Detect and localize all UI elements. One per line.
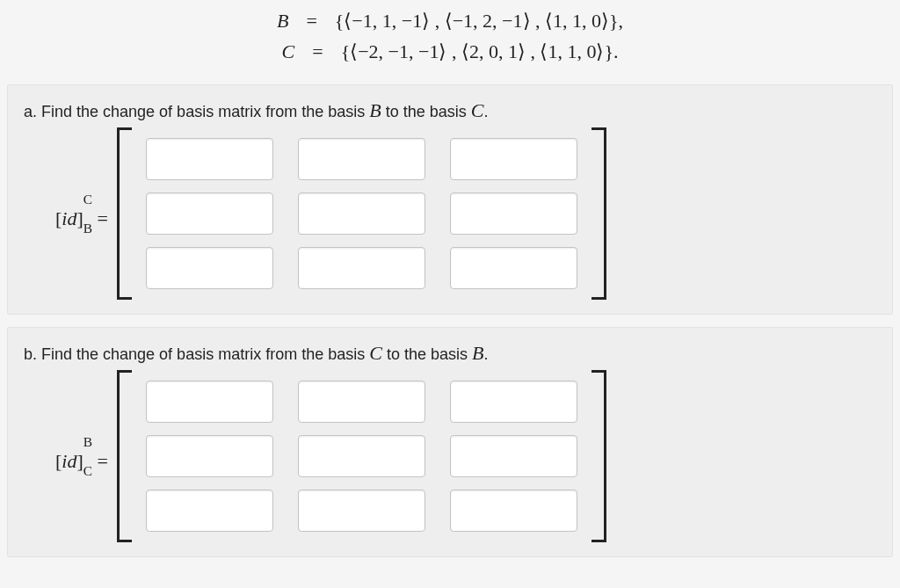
matrix-b [117, 370, 606, 542]
matrix-a-cell-0-1[interactable] [298, 138, 425, 180]
left-bracket-icon [117, 127, 137, 300]
matrix-a-cell-1-2[interactable] [450, 192, 577, 235]
equals: = [312, 36, 323, 67]
matrix-a-cell-2-1[interactable] [298, 247, 425, 289]
left-bracket-icon [117, 370, 137, 542]
part-a-prompt: a. Find the change of basis matrix from … [24, 99, 876, 122]
matrix-a-cell-1-0[interactable] [146, 192, 273, 235]
part-b-label: [id]BC = [55, 436, 108, 477]
basis-C-set: {⟨−2, −1, −1⟩ , ⟨2, 0, 1⟩ , ⟨1, 1, 0⟩}. [341, 36, 619, 67]
matrix-b-cell-2-1[interactable] [298, 490, 425, 532]
matrix-b-cell-0-2[interactable] [450, 381, 577, 423]
matrix-a-cell-1-1[interactable] [298, 192, 425, 235]
part-a-label: [id]CB = [55, 193, 108, 235]
matrix-b-cell-1-0[interactable] [146, 435, 273, 477]
matrix-b-cell-1-2[interactable] [450, 435, 577, 477]
right-bracket-icon [586, 127, 606, 300]
right-bracket-icon [586, 370, 606, 542]
matrix-b-cell-0-0[interactable] [146, 381, 273, 423]
matrix-b-cell-2-0[interactable] [146, 490, 273, 532]
matrix-b-cell-0-1[interactable] [298, 381, 425, 423]
part-b-prompt: b. Find the change of basis matrix from … [24, 342, 876, 365]
matrix-a [117, 127, 606, 300]
part-a-panel: a. Find the change of basis matrix from … [7, 84, 893, 315]
part-b-panel: b. Find the change of basis matrix from … [7, 327, 893, 557]
basis-letter-B: B [277, 5, 288, 36]
basis-letter-C: C [282, 36, 295, 67]
matrix-a-cell-0-2[interactable] [450, 138, 577, 180]
matrix-a-cell-2-2[interactable] [450, 247, 577, 289]
matrix-b-cell-1-1[interactable] [298, 435, 425, 477]
basis-definitions: B = {⟨−1, 1, −1⟩ , ⟨−1, 2, −1⟩ , ⟨1, 1, … [0, 0, 900, 79]
matrix-a-cell-2-0[interactable] [146, 247, 273, 289]
matrix-b-cell-2-2[interactable] [450, 490, 577, 532]
equals: = [306, 5, 316, 36]
basis-B-set: {⟨−1, 1, −1⟩ , ⟨−1, 2, −1⟩ , ⟨1, 1, 0⟩}, [335, 5, 623, 36]
matrix-a-cell-0-0[interactable] [146, 138, 273, 180]
